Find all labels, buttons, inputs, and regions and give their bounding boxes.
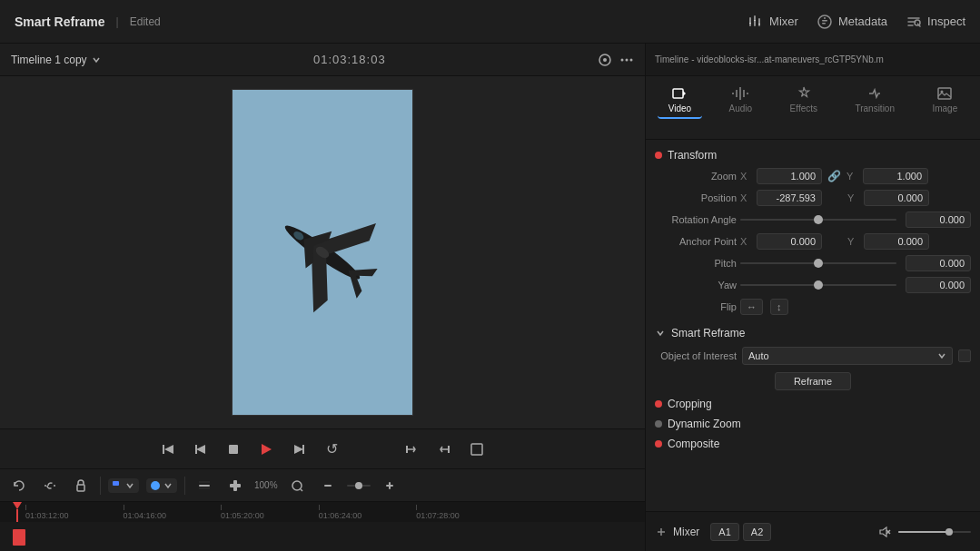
prev-frame-button[interactable] [190, 438, 212, 460]
smart-reframe-row: Object of Interest Auto [646, 343, 980, 369]
tab-image-label: Image [932, 103, 957, 113]
flip-horizontal-button[interactable]: ↔ [740, 299, 763, 315]
mixer-icon [747, 14, 764, 30]
mixer-button[interactable]: Mixer [747, 14, 798, 30]
next-frame-button[interactable] [288, 438, 310, 460]
composite-title: Composite [668, 438, 719, 450]
zoom-in-area-button[interactable] [223, 474, 247, 497]
svg-rect-27 [229, 445, 238, 454]
smart-reframe-collapse-icon[interactable] [655, 328, 666, 339]
metadata-icon [817, 14, 833, 30]
zoom-plus-button[interactable] [378, 474, 401, 497]
zoom-minus-button[interactable] [316, 474, 340, 497]
zoom-out-area-button[interactable] [193, 474, 216, 497]
file-label: Timeline - videoblocks-isr...at-maneuver… [646, 44, 980, 76]
tab-transition[interactable]: Transition [844, 82, 906, 119]
timeline-toolbar: 100% [0, 468, 645, 501]
anchor-x-axis: X [740, 236, 753, 247]
volume-mute-icon[interactable] [878, 525, 893, 539]
zoom-slider[interactable] [347, 474, 371, 497]
full-screen-icon[interactable] [466, 438, 488, 460]
svg-rect-39 [230, 484, 241, 487]
in-point-icon[interactable] [401, 438, 422, 460]
cropping-dot[interactable] [655, 400, 662, 408]
smart-reframe-section-header[interactable]: Smart Reframe [646, 323, 980, 343]
color-dropdown-icon[interactable] [163, 480, 173, 491]
svg-rect-0 [749, 17, 751, 26]
pos-y-axis: Y [847, 192, 860, 203]
position-x-input[interactable]: -287.593 [757, 190, 822, 206]
ruler-tick-5: 01:07:28:00 [416, 505, 460, 520]
preview-more-icon[interactable] [619, 53, 634, 67]
svg-point-10 [915, 20, 920, 25]
composite-section-header[interactable]: Composite [646, 434, 980, 454]
svg-rect-1 [749, 23, 751, 24]
position-row: Position X -287.593 Y 0.000 [646, 187, 980, 209]
lock-button[interactable] [69, 474, 93, 497]
object-dropdown[interactable]: Auto [742, 347, 953, 365]
svg-rect-26 [195, 445, 197, 454]
yaw-slider[interactable] [740, 284, 896, 286]
svg-point-12 [603, 58, 607, 62]
rotation-value[interactable]: 0.000 [906, 212, 971, 228]
stop-button[interactable] [223, 438, 244, 460]
link-button[interactable] [38, 474, 62, 497]
smart-reframe-title: Smart Reframe [671, 327, 745, 339]
loop-button[interactable]: ↺ [321, 438, 342, 460]
dropdown-chevron-icon [937, 351, 946, 360]
zoom-label: Zoom [655, 171, 737, 182]
pitch-value[interactable]: 0.000 [906, 255, 971, 271]
tab-effects[interactable]: Effects [779, 82, 828, 119]
inspect-label: Inspect [927, 15, 965, 28]
smart-reframe-checkbox[interactable] [958, 349, 971, 362]
skip-to-start-button[interactable] [157, 438, 179, 460]
position-y-input[interactable]: 0.000 [864, 190, 929, 206]
track-a1[interactable]: A1 [710, 523, 738, 541]
composite-dot[interactable] [655, 440, 662, 448]
flag-dropdown-icon[interactable] [124, 480, 135, 491]
ruler-tick-2: 01:04:16:00 [124, 505, 167, 520]
tab-audio[interactable]: Audio [718, 82, 764, 119]
ruler-tick-4: 01:06:24:00 [319, 505, 362, 520]
anchor-x-input[interactable]: 0.000 [757, 233, 822, 250]
yaw-value[interactable]: 0.000 [906, 277, 971, 293]
dynamic-zoom-section-header[interactable]: Dynamic Zoom [646, 414, 980, 434]
zoom-link-icon[interactable]: 🔗 [827, 170, 841, 182]
anchor-y-input[interactable]: 0.000 [864, 233, 929, 250]
zoom-y-input[interactable]: 1.000 [863, 168, 928, 184]
preview-icons [598, 53, 634, 67]
flip-label: Flip [655, 301, 737, 312]
expand-icon[interactable] [655, 526, 668, 538]
tab-image[interactable]: Image [921, 82, 968, 119]
rotation-slider[interactable] [740, 219, 896, 221]
reframe-button[interactable]: Reframe [775, 372, 851, 390]
tab-video[interactable]: Video [658, 82, 702, 119]
flip-vertical-button[interactable]: ↕ [770, 299, 788, 315]
preview-topbar: Timeline 1 copy 01:03:18:03 [0, 44, 645, 76]
dynamic-zoom-dot[interactable] [655, 420, 662, 428]
metadata-label: Metadata [838, 15, 887, 28]
zoom-x-input[interactable]: 1.000 [757, 168, 822, 184]
volume-slider[interactable] [898, 531, 971, 533]
track-a2[interactable]: A2 [743, 523, 771, 541]
timeline-section: 01:03:12:00 01:04:16:00 01:05:20:00 01:0… [0, 501, 645, 551]
mixer-bottom-label: Mixer [673, 526, 699, 538]
dropdown-arrow-icon[interactable] [91, 54, 102, 65]
pitch-slider[interactable] [740, 262, 896, 264]
zoom-y-axis: Y [846, 171, 859, 182]
transform-section-header[interactable]: Transform [646, 145, 980, 165]
transform-enable-dot[interactable] [655, 152, 662, 159]
out-point-icon[interactable] [433, 438, 455, 460]
inspect-button[interactable]: Inspect [906, 14, 965, 30]
metadata-button[interactable]: Metadata [817, 14, 887, 30]
color-group [146, 478, 177, 493]
preview-settings-icon[interactable] [598, 53, 612, 67]
anchor-label: Anchor Point [655, 236, 737, 247]
zoom-fit-button[interactable] [285, 474, 309, 497]
play-button[interactable] [255, 438, 277, 460]
undo-button[interactable] [7, 474, 31, 497]
cropping-section-header[interactable]: Cropping [646, 394, 980, 414]
image-tab-icon [936, 85, 953, 102]
svg-marker-28 [262, 444, 272, 455]
mixer-section: Mixer [655, 526, 699, 538]
